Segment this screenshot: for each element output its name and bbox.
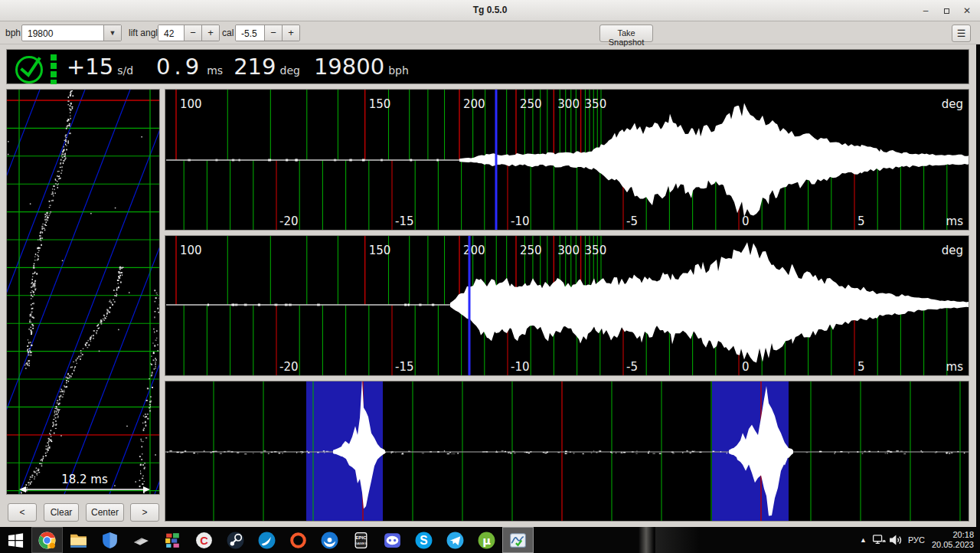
- taskbar-utorrent-button[interactable]: µ: [471, 527, 502, 553]
- svg-text:-10: -10: [511, 360, 530, 374]
- amplitude-value: 219: [234, 50, 276, 83]
- taskbar-epic-games-button[interactable]: EPICGAMES: [345, 527, 377, 553]
- take-snapshot-button[interactable]: Take Snapshot: [599, 25, 653, 42]
- taskbar-discord-button[interactable]: [377, 527, 408, 553]
- svg-text:ms: ms: [946, 360, 964, 374]
- tray-expand-icon[interactable]: ▲: [855, 532, 871, 548]
- chevron-down-icon[interactable]: ▼: [103, 25, 121, 41]
- chrome-icon: [38, 531, 57, 550]
- tray-date: 20.05.2023: [932, 540, 974, 550]
- utorrent-icon: µ: [477, 531, 496, 550]
- svg-text:250: 250: [520, 244, 542, 257]
- clear-button[interactable]: Clear: [44, 503, 79, 522]
- center-button[interactable]: Center: [86, 503, 124, 522]
- svg-text:-20: -20: [279, 360, 299, 374]
- network-icon[interactable]: [871, 532, 887, 548]
- taskbar-ubisoft-connect-button[interactable]: [314, 527, 345, 553]
- svg-text:300: 300: [557, 244, 580, 257]
- taskbar-steam-button[interactable]: [220, 527, 251, 553]
- ccleaner-icon: C: [194, 531, 214, 550]
- lift-angle-plus-button[interactable]: +: [201, 25, 219, 41]
- tray-clock[interactable]: 20:18 20.05.2023: [932, 530, 974, 550]
- ok-clock-icon: [13, 52, 60, 84]
- svg-text:-10: -10: [511, 214, 530, 228]
- taskbar-battle-net-button[interactable]: [251, 527, 283, 553]
- svg-text:EPIC: EPIC: [355, 535, 367, 540]
- language-indicator[interactable]: РУС: [908, 535, 925, 545]
- window-title: Tg 0.5.0: [0, 5, 980, 15]
- svg-text:300: 300: [557, 97, 580, 111]
- svg-text:-20: -20: [279, 214, 299, 228]
- cal-stepper: -5.5 − +: [235, 25, 300, 41]
- svg-text:deg: deg: [942, 244, 963, 257]
- taskbar-paper-button[interactable]: [126, 527, 157, 553]
- svg-text:250: 250: [520, 97, 542, 111]
- steam-icon: [226, 531, 245, 550]
- origin-icon: [289, 531, 308, 550]
- lift-angle-minus-button[interactable]: −: [184, 25, 201, 41]
- trace-measure-label: 18.2 ms: [61, 473, 108, 486]
- bricks-game-icon: [163, 531, 182, 550]
- taskbar-chrome-button[interactable]: [31, 527, 63, 553]
- ubisoft-connect-icon: [320, 531, 339, 550]
- minimize-button[interactable]: –: [919, 4, 933, 18]
- signal-overview-plot: [165, 381, 969, 521]
- beat-error-unit: ms: [207, 54, 223, 87]
- waveform-plot-tick: -20-15-10-505100150200250300350degms: [165, 90, 969, 230]
- signal-overview-panel: [165, 381, 969, 522]
- svg-text:0: 0: [742, 214, 750, 228]
- rate-unit: s/d: [117, 54, 133, 87]
- svg-text:200: 200: [463, 97, 485, 111]
- screen-edge-strip: [976, 44, 980, 527]
- bph-select[interactable]: 19800 ▼: [21, 25, 122, 41]
- menu-button[interactable]: ☰: [952, 25, 971, 42]
- cal-field[interactable]: -5.5: [236, 25, 264, 41]
- maximize-button[interactable]: [939, 4, 953, 18]
- taskbar-tg-timegrapher-button[interactable]: [502, 527, 534, 553]
- svg-text:350: 350: [585, 244, 607, 257]
- svg-text:µ: µ: [482, 533, 491, 546]
- bph-value: 19800: [28, 28, 53, 39]
- taskbar-smudge: [639, 527, 654, 553]
- taskbar-file-explorer-button[interactable]: [63, 527, 94, 553]
- taskbar-windows-defender-button[interactable]: [94, 527, 126, 553]
- bph-readout-unit: bph: [388, 54, 409, 87]
- waveform-panel-tick: -20-15-10-505100150200250300350degms: [165, 89, 969, 231]
- close-button[interactable]: ✕: [960, 4, 974, 18]
- cal-plus-button[interactable]: +: [282, 25, 299, 41]
- cal-minus-button[interactable]: −: [264, 25, 282, 41]
- tg-timegrapher-icon: [508, 531, 528, 550]
- windows-defender-icon: [100, 531, 119, 550]
- paper-icon: [132, 531, 151, 550]
- svg-text:100: 100: [180, 97, 202, 111]
- svg-text:C: C: [200, 534, 208, 546]
- svg-text:GAMES: GAMES: [355, 541, 368, 545]
- svg-text:150: 150: [369, 97, 391, 111]
- speaker-icon[interactable]: [887, 532, 903, 548]
- svg-text:S: S: [420, 534, 427, 547]
- svg-text:deg: deg: [942, 97, 963, 111]
- scroll-right-button[interactable]: >: [130, 503, 159, 522]
- taskbar-skype-button[interactable]: S: [408, 527, 439, 553]
- svg-text:200: 200: [463, 244, 485, 257]
- skype-icon: S: [414, 531, 433, 550]
- taskbar-bricks-game-button[interactable]: [157, 527, 188, 553]
- windows-start-icon: [6, 531, 25, 550]
- taskbar-telegram-button[interactable]: [439, 527, 471, 553]
- svg-text:350: 350: [585, 97, 607, 111]
- title-bar: Tg 0.5.0 – ✕: [0, 0, 980, 21]
- taskbar-origin-button[interactable]: [283, 527, 314, 553]
- waveform-plot-tock: -20-15-10-505100150200250300350degms: [165, 236, 969, 375]
- svg-text:ms: ms: [946, 214, 964, 228]
- system-tray: ▲ РУС 20:18 20.05.2023: [855, 527, 978, 553]
- svg-text:-5: -5: [626, 360, 638, 374]
- bph-readout-value: 19800: [314, 50, 384, 83]
- taskbar-windows-start-button[interactable]: [0, 527, 31, 553]
- svg-text:0: 0: [742, 360, 750, 374]
- scroll-left-button[interactable]: <: [8, 503, 37, 522]
- taskbar-ccleaner-button[interactable]: C: [188, 527, 220, 553]
- discord-icon: [383, 531, 402, 550]
- maximize-icon: [944, 8, 949, 14]
- svg-text:5: 5: [858, 214, 865, 228]
- lift-angle-field[interactable]: 42: [158, 25, 184, 41]
